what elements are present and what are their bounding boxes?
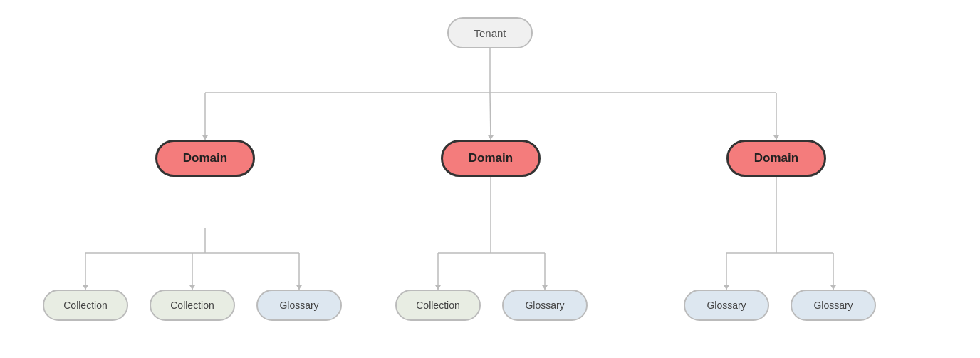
domain-node-3: Domain [726, 140, 826, 177]
domain-node-2: Domain [441, 140, 541, 177]
d3-glossary-1: Glossary [684, 290, 769, 321]
d2-glossary-1: Glossary [502, 290, 588, 321]
d1-glossary-1: Glossary [256, 290, 342, 321]
d3-glossary-2: Glossary [791, 290, 876, 321]
svg-line-4 [490, 93, 491, 140]
tenant-node: Tenant [447, 17, 533, 48]
d1-collection-1: Collection [43, 290, 128, 321]
d2-collection-1: Collection [395, 290, 481, 321]
hierarchy-diagram: Tenant Domain Domain Domain Collection C… [0, 0, 980, 358]
d1-collection-2: Collection [150, 290, 235, 321]
domain-node-1: Domain [155, 140, 255, 177]
